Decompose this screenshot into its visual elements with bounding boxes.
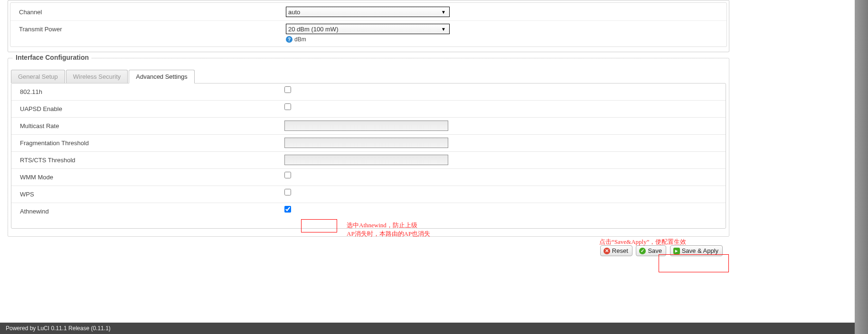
select-channel-value: auto (288, 9, 300, 16)
hint-txpower: ? dBm (286, 35, 722, 43)
row-rtscts: RTS/CTS Threshold (11, 151, 726, 168)
chevron-down-icon: ▼ (440, 9, 447, 15)
apply-icon: ▸ (673, 248, 680, 254)
fieldset-legend: Interface Configuration (13, 54, 92, 61)
tab-advanced-settings[interactable]: Advanced Settings (129, 70, 194, 84)
checkbox-80211h[interactable] (284, 86, 291, 93)
interface-config-fieldset: Interface Configuration General Setup Wi… (8, 58, 729, 237)
select-txpower[interactable]: 20 dBm (100 mW) ▼ (286, 24, 450, 34)
device-config-panel: Channel auto ▼ Transmit Power 20 dBm (10… (8, 0, 729, 52)
reset-button[interactable]: ✕ Reset (600, 245, 632, 256)
chevron-down-icon: ▼ (440, 27, 447, 32)
row-channel: Channel auto ▼ (10, 4, 726, 20)
annotation-text-saveapply: 点击“Save&Apply”，使配置生效 (599, 238, 686, 246)
label-fragmentation: Fragmentation Threshold (16, 138, 284, 148)
tab-content-advanced: 802.11h UAPSD Enable Multicast Rate Frag… (11, 83, 726, 229)
checkbox-uapsd[interactable] (284, 103, 291, 110)
footer-text: Powered by LuCI 0.11.1 Release (0.11.1) (6, 325, 111, 332)
label-wmm: WMM Mode (16, 172, 284, 183)
row-fragmentation: Fragmentation Threshold (11, 134, 726, 151)
footer-bar: Powered by LuCI 0.11.1 Release (0.11.1) (0, 323, 868, 334)
label-txpower: Transmit Power (15, 24, 286, 35)
label-multicast-rate: Multicast Rate (16, 121, 284, 131)
checkbox-wmm[interactable] (284, 172, 291, 178)
select-channel[interactable]: auto ▼ (286, 7, 450, 17)
label-channel: Channel (15, 7, 286, 18)
label-wps: WPS (16, 189, 284, 200)
tab-general-setup[interactable]: General Setup (11, 70, 65, 83)
select-txpower-value: 20 dBm (100 mW) (288, 26, 338, 33)
close-icon: ✕ (604, 248, 610, 254)
save-apply-button-label: Save & Apply (682, 247, 718, 254)
row-80211h: 802.11h (11, 84, 726, 100)
label-rtscts: RTS/CTS Threshold (16, 155, 284, 166)
label-athnewind: Athnewind (16, 206, 284, 217)
row-uapsd: UAPSD Enable (11, 100, 726, 117)
input-rtscts[interactable] (284, 155, 448, 165)
input-multicast-rate[interactable] (284, 121, 448, 131)
annotation-box-saveapply (659, 254, 729, 272)
row-txpower: Transmit Power 20 dBm (100 mW) ▼ ? dBm (10, 20, 726, 46)
label-uapsd: UAPSD Enable (16, 103, 284, 114)
row-wmm: WMM Mode (11, 168, 726, 186)
interface-tabs: General Setup Wireless Security Advanced… (8, 65, 729, 83)
annotation-box-athnewind (301, 219, 337, 232)
checkbox-wps[interactable] (284, 189, 291, 195)
row-multicast-rate: Multicast Rate (11, 117, 726, 134)
help-icon: ? (286, 36, 292, 43)
check-icon: ✓ (639, 248, 646, 254)
checkbox-athnewind[interactable] (284, 206, 291, 213)
save-button-label: Save (648, 247, 662, 254)
window-scrollbar-region (855, 0, 868, 334)
hint-txpower-text: dBm (294, 36, 306, 43)
label-80211h: 802.11h (16, 86, 284, 97)
annotation-text-athnewind: 选中Athnewind，防止上级 AP消失时，本路由的AP也消失 (347, 221, 430, 238)
row-wps: WPS (11, 186, 726, 203)
tab-wireless-security[interactable]: Wireless Security (66, 70, 128, 83)
input-fragmentation[interactable] (284, 138, 448, 148)
reset-button-label: Reset (612, 247, 628, 254)
